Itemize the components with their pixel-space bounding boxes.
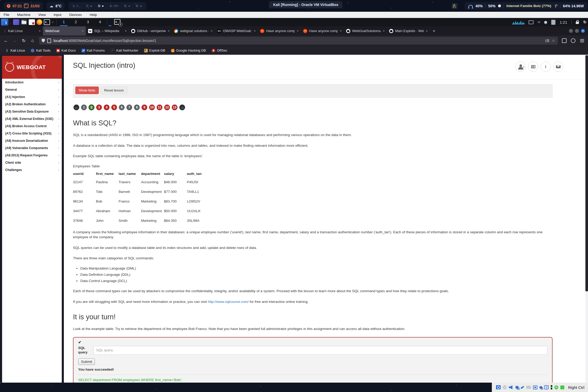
minimize-button[interactable] <box>569 29 573 33</box>
bookmark-kali-nethunter[interactable]: Kali NetHunter <box>111 48 138 53</box>
scoreboard-button[interactable] <box>528 62 538 72</box>
page-scrollbar[interactable] <box>585 55 588 383</box>
new-tab-button[interactable]: + <box>430 26 438 35</box>
guest-workspace-1-active[interactable]: 1 <box>61 20 66 25</box>
site-info-icon[interactable] <box>47 39 51 43</box>
tab-kali-linux[interactable]: Kali Linux× <box>0 26 43 35</box>
tab-webgoat-active[interactable]: WebGoat× <box>43 26 86 35</box>
home-button[interactable]: ⌂ <box>29 37 36 44</box>
file-manager-icon[interactable] <box>21 19 27 25</box>
terminal-launcher-icon[interactable]: $_ <box>44 19 50 25</box>
tab-github-webgoatsolutions[interactable]: WebGoatSolutions/Sql× <box>344 26 387 35</box>
tab-close-icon[interactable]: × <box>125 29 127 33</box>
power-menu-icon[interactable]: ↻ <box>583 20 586 24</box>
vbox-optical-drive-icon[interactable] <box>503 385 507 389</box>
menu-help[interactable]: Help <box>90 13 97 17</box>
sidebar-item-a4-xxe[interactable]: (A4) XML External Entities (XXE)› <box>2 115 62 123</box>
vbox-autoresize-icon[interactable]: ↻ <box>554 385 558 389</box>
page-1[interactable]: 1 <box>81 105 87 110</box>
bookmark-offsec[interactable]: OffSec <box>212 48 227 52</box>
lock-screen-icon[interactable] <box>576 22 579 24</box>
host-workspace-switcher[interactable]: 1: >_ 2: ● 3: ● 4: </> 5: ● 6: ● <box>68 2 146 10</box>
page-8[interactable]: 8 <box>134 105 140 110</box>
battery-icon[interactable] <box>551 20 555 25</box>
vbox-audio-icon[interactable] <box>509 385 513 389</box>
page-11[interactable]: 11 <box>157 105 162 110</box>
url-text[interactable]: localhost:8080/WebGoat/start.mvc#lesson/… <box>53 39 543 43</box>
vbox-shared-folders-icon[interactable] <box>526 386 531 389</box>
menu-devices[interactable]: Devices <box>69 13 82 17</box>
sqlcourse-link[interactable]: http://www.sqlcourse.com/ <box>208 300 249 304</box>
tab-close-icon[interactable]: × <box>39 29 41 33</box>
page-6[interactable]: 6 <box>119 105 125 110</box>
sidebar-item-general[interactable]: General› <box>2 86 62 93</box>
bookmark-google-hacking-db[interactable]: Google Hacking DB <box>171 48 206 52</box>
tab-close-icon[interactable]: × <box>383 29 385 33</box>
tracking-protection-shield-icon[interactable] <box>42 39 45 42</box>
bookmark-kali-docs[interactable]: Kali Docs <box>56 48 76 52</box>
forward-button[interactable]: → <box>11 37 19 44</box>
text-editor-icon[interactable] <box>29 19 35 25</box>
reader-mode-icon[interactable] <box>546 39 549 42</box>
bookmark-kali-linux[interactable]: Kali Linux <box>5 48 25 52</box>
host-workspace-3-active[interactable]: 3: ● <box>98 4 104 8</box>
tab-google-search[interactable]: webgoat solutions - Go× <box>172 26 215 35</box>
notifications-icon[interactable] <box>544 21 547 23</box>
menu-file[interactable]: File <box>4 13 9 17</box>
launcher-dropdown-icon[interactable]: ˅ <box>52 21 53 24</box>
vbox-network-icon[interactable] <box>516 386 518 389</box>
page-12[interactable]: 12 <box>164 105 170 110</box>
maximize-button[interactable] <box>575 29 579 33</box>
sidebar-item-introduction[interactable]: Introduction› <box>2 79 62 86</box>
tab-reddit-1[interactable]: Have anyone complete× <box>258 26 301 35</box>
contact-button[interactable] <box>553 62 563 72</box>
next-page-arrow[interactable]: → <box>179 105 185 110</box>
vbox-features-icon[interactable]: V <box>544 385 549 389</box>
reload-button[interactable]: ↻ <box>20 37 28 44</box>
page-13[interactable]: 13 <box>172 105 177 110</box>
sidebar-item-a9-vulnerable-components[interactable]: (A9) Vulnerable Components› <box>2 144 62 152</box>
kali-menu-button[interactable] <box>1 19 8 26</box>
show-hints-button[interactable]: Show hints <box>75 87 99 94</box>
host-workspace-4[interactable]: 4: </> <box>109 4 118 8</box>
sidebar-item-a8-deserialization[interactable]: (A8) Insecure Deserialization› <box>2 137 62 144</box>
hamburger-menu-icon[interactable] <box>578 37 586 44</box>
bookmark-star-icon[interactable]: ☆ <box>552 38 555 43</box>
page-7[interactable]: 7 <box>126 105 132 110</box>
vbox-display-icon[interactable] <box>533 385 537 389</box>
prev-page-arrow[interactable]: ← <box>74 105 79 110</box>
guest-workspace-switcher[interactable]: 1 2 3 4 <box>61 20 102 25</box>
vbox-usb-icon[interactable] <box>520 386 524 389</box>
host-workspace-2[interactable]: 2: ● <box>86 4 92 8</box>
sql-query-input[interactable] <box>93 346 547 355</box>
page-3[interactable]: 3 <box>96 105 102 110</box>
sidebar-item-a3-sensitive-data[interactable]: (A3) Sensitive Data Exposure› <box>2 108 62 115</box>
sidebar-item-challenges[interactable]: Challenges› <box>2 166 62 174</box>
tab-github-vernjan[interactable]: GitHub - vernjan/webg× <box>129 26 172 35</box>
tab-github-main-exploits[interactable]: Main Exploits · WebGo× <box>387 26 430 35</box>
menu-input[interactable]: Input <box>54 13 62 17</box>
url-bar[interactable]: localhost:8080/WebGoat/start.mvc#lesson/… <box>39 37 558 45</box>
bookmark-exploit-db[interactable]: Exploit-DB <box>144 48 165 52</box>
tab-close-icon[interactable]: × <box>82 29 84 33</box>
page-5[interactable]: 5 <box>111 105 117 110</box>
account-icon[interactable] <box>569 37 577 44</box>
sidebar-item-a2-broken-auth[interactable]: (A2) Broken Authentication› <box>2 101 62 108</box>
reset-lesson-button[interactable]: Reset lesson <box>101 87 127 94</box>
display-settings-icon[interactable] <box>529 20 534 24</box>
sidebar-item-a1-injection[interactable]: (A1) Injection› <box>2 93 62 101</box>
back-button[interactable]: ← <box>2 37 10 44</box>
menu-view[interactable]: View <box>38 13 46 17</box>
tab-close-icon[interactable]: × <box>426 29 428 33</box>
sidebar-item-a82013-request-forgeries[interactable]: (A8:2013) Request Forgeries› <box>2 152 62 159</box>
virtualbox-tray-icon[interactable] <box>452 3 457 9</box>
tab-close-icon[interactable]: × <box>211 29 213 33</box>
page-2-current[interactable]: 2 <box>89 105 94 110</box>
about-button[interactable]: i <box>541 62 551 72</box>
guest-workspace-3[interactable]: 3 <box>85 20 90 25</box>
menu-machine[interactable]: Machine <box>17 13 30 17</box>
user-menu-button[interactable]: ▾ <box>516 62 526 72</box>
tab-close-icon[interactable]: × <box>340 29 342 33</box>
taskbar-firefox-active[interactable] <box>109 20 111 25</box>
extensions-puzzle-icon[interactable] <box>560 37 568 44</box>
